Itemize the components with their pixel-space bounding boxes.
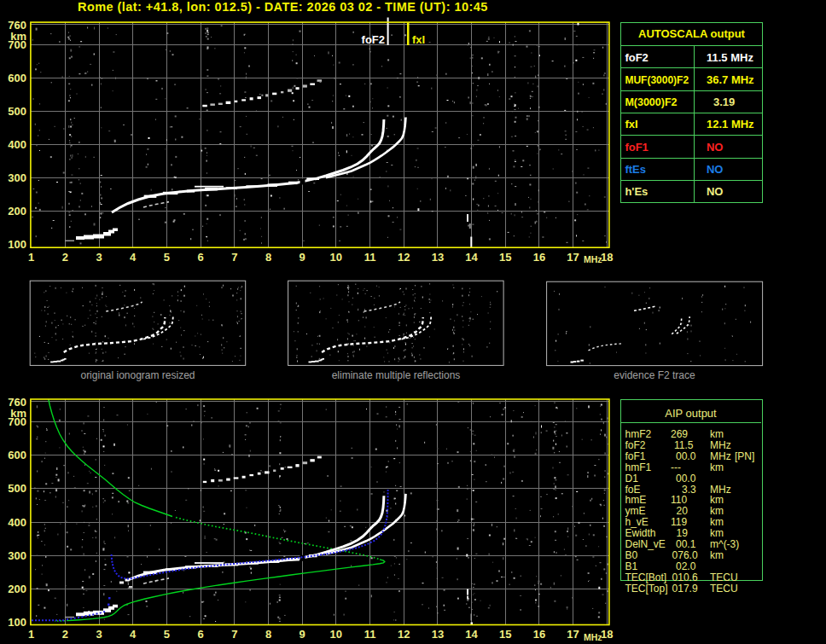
svg-text:200: 200 (8, 205, 26, 218)
svg-text:8: 8 (265, 251, 271, 264)
svg-text:11: 11 (364, 628, 376, 641)
svg-text:500: 500 (8, 105, 26, 118)
svg-text:1: 1 (28, 251, 34, 264)
svg-text:200: 200 (8, 583, 26, 595)
svg-text:9: 9 (299, 628, 305, 641)
svg-text:3: 3 (96, 251, 102, 264)
svg-text:300: 300 (8, 549, 26, 562)
svg-text:1: 1 (28, 628, 34, 641)
svg-text:500: 500 (8, 482, 26, 495)
svg-text:400: 400 (8, 516, 26, 529)
svg-text:14: 14 (465, 628, 478, 641)
svg-text:9: 9 (299, 251, 305, 264)
svg-text:foF2: foF2 (362, 33, 385, 46)
svg-text:700: 700 (8, 38, 26, 51)
svg-text:300: 300 (8, 171, 26, 184)
svg-text:600: 600 (8, 449, 26, 461)
svg-text:10: 10 (330, 251, 342, 264)
svg-text:16: 16 (533, 628, 545, 641)
svg-text:2: 2 (62, 251, 68, 264)
svg-text:600: 600 (8, 72, 26, 84)
svg-text:6: 6 (197, 628, 203, 641)
svg-text:4: 4 (130, 251, 137, 264)
svg-text:17: 17 (567, 628, 579, 641)
svg-text:7: 7 (231, 251, 237, 264)
svg-text:10: 10 (330, 628, 342, 641)
svg-text:18: 18 (601, 251, 613, 264)
svg-text:100: 100 (8, 238, 26, 251)
svg-text:5: 5 (164, 251, 170, 264)
svg-text:11: 11 (364, 251, 376, 264)
svg-text:16: 16 (533, 251, 545, 264)
svg-text:15: 15 (499, 251, 511, 264)
svg-text:15: 15 (499, 628, 511, 641)
svg-text:fxI: fxI (412, 33, 425, 46)
svg-text:4: 4 (130, 628, 137, 641)
svg-text:13: 13 (432, 251, 444, 264)
svg-text:14: 14 (465, 251, 478, 264)
svg-text:MHz: MHz (584, 254, 602, 264)
svg-text:12: 12 (398, 251, 410, 264)
svg-text:7: 7 (231, 628, 237, 641)
svg-text:18: 18 (601, 628, 613, 641)
svg-text:100: 100 (8, 616, 26, 629)
svg-text:6: 6 (197, 251, 203, 264)
svg-text:8: 8 (265, 628, 271, 641)
svg-text:13: 13 (432, 628, 444, 641)
svg-text:700: 700 (8, 415, 26, 428)
svg-text:2: 2 (62, 628, 68, 641)
svg-text:MHz: MHz (584, 632, 602, 642)
svg-text:12: 12 (398, 628, 410, 641)
svg-text:5: 5 (164, 628, 170, 641)
svg-text:3: 3 (96, 628, 102, 641)
svg-text:400: 400 (8, 138, 26, 151)
svg-text:17: 17 (567, 251, 579, 264)
